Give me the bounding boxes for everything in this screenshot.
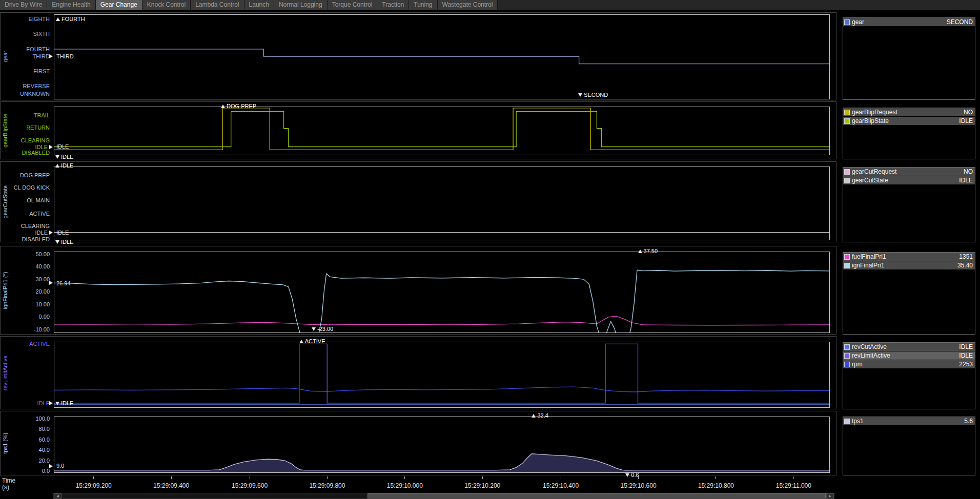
y-tick-label: CLEARING xyxy=(21,223,50,229)
channel-color-chip xyxy=(844,118,850,124)
horizontal-scrollbar[interactable]: ◄ ► xyxy=(53,493,834,499)
scroll-left-button[interactable]: ◄ xyxy=(54,493,62,498)
chart-panel-gearcutstate: gearCutState DOG PREP CL DOG KICK OL MAI… xyxy=(0,161,836,242)
triangle-right-icon xyxy=(49,464,53,468)
triangle-down-icon xyxy=(578,93,582,97)
plot-gearcutstate[interactable]: IDLE IDLE IDLE xyxy=(54,167,830,240)
tab-wastegate-control[interactable]: Wastegate Control xyxy=(438,0,498,10)
chart-panel-ignfinalpri1: ignFinalPri1 (°) 50.00 40.00 30.00 20.00… xyxy=(0,246,836,335)
plot-tps1[interactable]: 32.4 0.6 9.0 xyxy=(54,417,830,473)
y-tick-label: 40.0 xyxy=(39,447,50,453)
legend-row-gearblisprequest[interactable]: gearBlipRequest NO xyxy=(843,108,975,116)
y-tick-label: FOURTH xyxy=(26,46,50,52)
cursor-value: THIRD xyxy=(56,53,74,59)
legend-row-gearcutstate[interactable]: gearCutState IDLE xyxy=(843,176,975,184)
plot-gearblipstate[interactable]: DOG PREP IDLE IDLE xyxy=(54,107,830,155)
tab-lambda-control[interactable]: Lambda Control xyxy=(191,0,244,10)
y-tick-label: -10.00 xyxy=(34,326,50,332)
tab-launch[interactable]: Launch xyxy=(244,0,274,10)
channel-color-chip xyxy=(844,344,850,350)
triangle-up-icon xyxy=(56,17,60,21)
min-marker: 0.6 xyxy=(625,472,639,478)
min-marker: IDLE xyxy=(55,400,73,406)
max-marker: 37.50 xyxy=(638,248,658,254)
cursor-indicator xyxy=(49,464,53,468)
legend-row-tps1[interactable]: tps1 5.6 xyxy=(843,417,975,425)
triangle-right-icon xyxy=(49,231,53,235)
min-marker: IDLE xyxy=(55,154,73,160)
triangle-up-icon xyxy=(221,105,225,108)
channel-value: NO xyxy=(964,108,975,116)
channel-name: gearCutState xyxy=(852,176,959,184)
y-axis-gearcutstate: DOG PREP CL DOG KICK OL MAIN ACTIVE CLEA… xyxy=(1,167,53,240)
y-tick-label: 30.00 xyxy=(35,276,50,282)
channel-name: ignFinalPri1 xyxy=(852,261,957,269)
legend-row-gearcutrequest[interactable]: gearCutRequest NO xyxy=(843,168,975,176)
channel-name: gear xyxy=(852,18,947,26)
legend-row-revcutactive[interactable]: revCutActive IDLE xyxy=(843,343,975,351)
channel-value: IDLE xyxy=(959,117,975,125)
tab-traction[interactable]: Traction xyxy=(377,0,409,10)
channel-color-chip xyxy=(844,110,850,115)
y-tick-label: FIRST xyxy=(33,68,50,74)
triangle-down-icon xyxy=(55,155,59,159)
cursor-indicator xyxy=(49,281,53,285)
triangle-down-icon xyxy=(625,473,629,477)
y-tick-label: OL MAIN xyxy=(27,197,50,203)
tab-knock-control[interactable]: Knock Control xyxy=(142,0,191,10)
cursor-indicator xyxy=(49,54,53,58)
triangle-up-icon xyxy=(638,249,642,253)
chart-canvas-ignfinalpri1 xyxy=(54,252,829,332)
plot-revlimitactive[interactable]: ACTIVE IDLE xyxy=(54,342,830,408)
max-marker: ACTIVE xyxy=(299,338,325,344)
legend-row-ignfinalpri1[interactable]: ignFinalPri1 35.40 xyxy=(843,261,975,269)
chart-panel-tps1: tps1 (%) 100.0 80.0 60.0 40.0 20.0 0.0 3… xyxy=(0,411,836,475)
time-tick-row: 15:29:09.200 15:29:09.400 15:29:09.600 1… xyxy=(53,476,829,493)
triangle-up-icon xyxy=(55,164,59,168)
legend-panel-gear: gear SECOND xyxy=(843,17,975,100)
legend-row-revlimitactive[interactable]: revLimitActive IDLE xyxy=(843,351,975,360)
y-axis-tps1: 100.0 80.0 60.0 40.0 20.0 0.0 xyxy=(1,417,53,473)
scrollbar-track[interactable] xyxy=(62,493,826,498)
y-axis-gear: EIGHTH SIXTH FOURTH THIRD FIRST REVERSE … xyxy=(1,14,53,99)
legend-row-gearblipstate[interactable]: gearBlipState IDLE xyxy=(843,117,975,125)
legend-row-gear[interactable]: gear SECOND xyxy=(843,18,975,26)
triangle-down-icon xyxy=(312,327,316,331)
y-tick-label: DOG PREP xyxy=(20,172,50,178)
legend-row-rpm[interactable]: rpm 2253 xyxy=(843,360,975,368)
channel-name: gearBlipRequest xyxy=(852,108,964,116)
legend-panel-fuel-ign: fuelFinalPri1 1351 ignFinalPri1 35.40 xyxy=(843,252,975,335)
tab-normal-logging[interactable]: Normal Logging xyxy=(274,0,328,10)
time-tick: 15:29:09.800 xyxy=(309,476,345,490)
legend-row-fuelfinalpri1[interactable]: fuelFinalPri1 1351 xyxy=(843,253,975,261)
tab-engine-health[interactable]: Engine Health xyxy=(47,0,95,10)
cursor-indicator xyxy=(49,401,53,405)
plot-gear[interactable]: FOURTH SECOND THIRD xyxy=(54,14,830,99)
y-tick-label: DISABLED xyxy=(22,236,50,242)
plot-ignfinalpri1[interactable]: 37.50 -23.00 26.94 xyxy=(54,252,830,333)
cursor-indicator: IDLE xyxy=(35,230,53,236)
chart-canvas-tps1 xyxy=(54,417,829,472)
time-tick: 15:29:10.200 xyxy=(464,476,500,490)
tab-torque-control[interactable]: Torque Control xyxy=(328,0,378,10)
channel-value: 35.40 xyxy=(957,261,975,269)
y-tick-label: RETURN xyxy=(26,124,50,131)
scroll-right-button[interactable]: ► xyxy=(826,493,834,498)
channel-value: 2253 xyxy=(959,360,975,368)
chart-canvas-revlimitactive xyxy=(54,342,829,407)
y-tick-label: EIGHTH xyxy=(28,16,50,22)
y-tick-label: IDLE xyxy=(37,400,50,406)
channel-name: rpm xyxy=(852,360,959,368)
channel-color-chip xyxy=(844,178,850,183)
channel-color-chip xyxy=(844,19,850,25)
chart-panel-revlimitactive: revLimitActive ACTIVE IDLE ACTIVE IDLE xyxy=(0,336,836,409)
min-marker: SECOND xyxy=(578,92,608,98)
tab-gear-change[interactable]: Gear Change xyxy=(96,0,142,10)
tab-drive-by-wire[interactable]: Drive By Wire xyxy=(0,0,47,10)
y-tick-label: CLEARING xyxy=(21,137,50,143)
tab-tuning[interactable]: Tuning xyxy=(409,0,437,10)
y-tick-label: 50.00 xyxy=(35,251,50,257)
channel-name: gearCutRequest xyxy=(852,168,964,176)
cursor-value: IDLE xyxy=(56,230,69,236)
scrollbar-thumb[interactable] xyxy=(368,493,826,498)
